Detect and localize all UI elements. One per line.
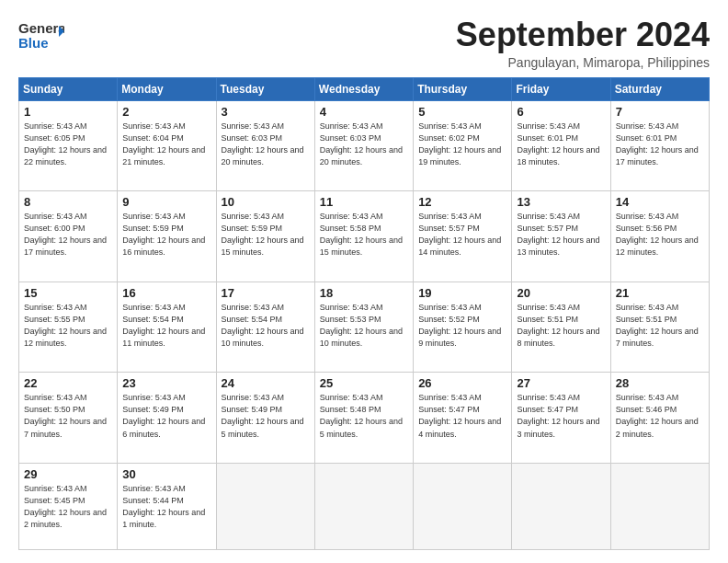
table-row: 20Sunrise: 5:43 AMSunset: 5:51 PMDayligh… — [512, 282, 610, 373]
table-row: 21Sunrise: 5:43 AMSunset: 5:51 PMDayligh… — [610, 282, 709, 373]
table-row: 22Sunrise: 5:43 AMSunset: 5:50 PMDayligh… — [19, 373, 118, 464]
col-monday: Monday — [118, 77, 216, 100]
table-row — [610, 463, 709, 549]
table-row: 23Sunrise: 5:43 AMSunset: 5:49 PMDayligh… — [118, 373, 216, 464]
logo: General Blue — [18, 17, 64, 57]
table-row: 13Sunrise: 5:43 AMSunset: 5:57 PMDayligh… — [512, 191, 610, 282]
col-thursday: Thursday — [414, 77, 512, 100]
col-saturday: Saturday — [610, 77, 709, 100]
svg-text:Blue: Blue — [18, 35, 49, 51]
svg-text:General: General — [18, 20, 64, 36]
table-row: 3Sunrise: 5:43 AMSunset: 6:03 PMDaylight… — [216, 100, 314, 191]
table-row — [216, 463, 314, 549]
table-row: 24Sunrise: 5:43 AMSunset: 5:49 PMDayligh… — [216, 373, 314, 464]
page: General Blue September 2024 Pangulayan, … — [0, 0, 728, 563]
table-row: 10Sunrise: 5:43 AMSunset: 5:59 PMDayligh… — [216, 191, 314, 282]
table-row: 15Sunrise: 5:43 AMSunset: 5:55 PMDayligh… — [19, 282, 118, 373]
table-row: 18Sunrise: 5:43 AMSunset: 5:53 PMDayligh… — [314, 282, 413, 373]
table-row: 27Sunrise: 5:43 AMSunset: 5:47 PMDayligh… — [512, 373, 610, 464]
table-row: 9Sunrise: 5:43 AMSunset: 5:59 PMDaylight… — [118, 191, 216, 282]
table-row: 14Sunrise: 5:43 AMSunset: 5:56 PMDayligh… — [610, 191, 709, 282]
table-row: 17Sunrise: 5:43 AMSunset: 5:54 PMDayligh… — [216, 282, 314, 373]
table-row: 7Sunrise: 5:43 AMSunset: 6:01 PMDaylight… — [610, 100, 709, 191]
table-row — [512, 463, 610, 549]
col-wednesday: Wednesday — [314, 77, 413, 100]
calendar-table: Sunday Monday Tuesday Wednesday Thursday… — [18, 77, 710, 550]
table-row: 8Sunrise: 5:43 AMSunset: 6:00 PMDaylight… — [19, 191, 118, 282]
calendar-header-row: Sunday Monday Tuesday Wednesday Thursday… — [19, 77, 710, 100]
location-subtitle: Pangulayan, Mimaropa, Philippines — [456, 55, 710, 70]
month-title: September 2024 — [456, 17, 710, 53]
col-sunday: Sunday — [19, 77, 118, 100]
table-row: 29Sunrise: 5:43 AMSunset: 5:45 PMDayligh… — [19, 463, 118, 549]
table-row: 19Sunrise: 5:43 AMSunset: 5:52 PMDayligh… — [414, 282, 512, 373]
table-row: 25Sunrise: 5:43 AMSunset: 5:48 PMDayligh… — [314, 373, 413, 464]
table-row: 6Sunrise: 5:43 AMSunset: 6:01 PMDaylight… — [512, 100, 610, 191]
table-row: 30Sunrise: 5:43 AMSunset: 5:44 PMDayligh… — [118, 463, 216, 549]
header: General Blue September 2024 Pangulayan, … — [18, 17, 710, 70]
logo-icon: General Blue — [18, 17, 64, 53]
table-row: 28Sunrise: 5:43 AMSunset: 5:46 PMDayligh… — [610, 373, 709, 464]
table-row — [314, 463, 413, 549]
table-row: 5Sunrise: 5:43 AMSunset: 6:02 PMDaylight… — [414, 100, 512, 191]
col-friday: Friday — [512, 77, 610, 100]
table-row: 12Sunrise: 5:43 AMSunset: 5:57 PMDayligh… — [414, 191, 512, 282]
table-row: 26Sunrise: 5:43 AMSunset: 5:47 PMDayligh… — [414, 373, 512, 464]
table-row: 1Sunrise: 5:43 AMSunset: 6:05 PMDaylight… — [19, 100, 118, 191]
title-block: September 2024 Pangulayan, Mimaropa, Phi… — [456, 17, 710, 70]
table-row: 4Sunrise: 5:43 AMSunset: 6:03 PMDaylight… — [314, 100, 413, 191]
table-row — [414, 463, 512, 549]
table-row: 2Sunrise: 5:43 AMSunset: 6:04 PMDaylight… — [118, 100, 216, 191]
col-tuesday: Tuesday — [216, 77, 314, 100]
table-row: 16Sunrise: 5:43 AMSunset: 5:54 PMDayligh… — [118, 282, 216, 373]
table-row: 11Sunrise: 5:43 AMSunset: 5:58 PMDayligh… — [314, 191, 413, 282]
